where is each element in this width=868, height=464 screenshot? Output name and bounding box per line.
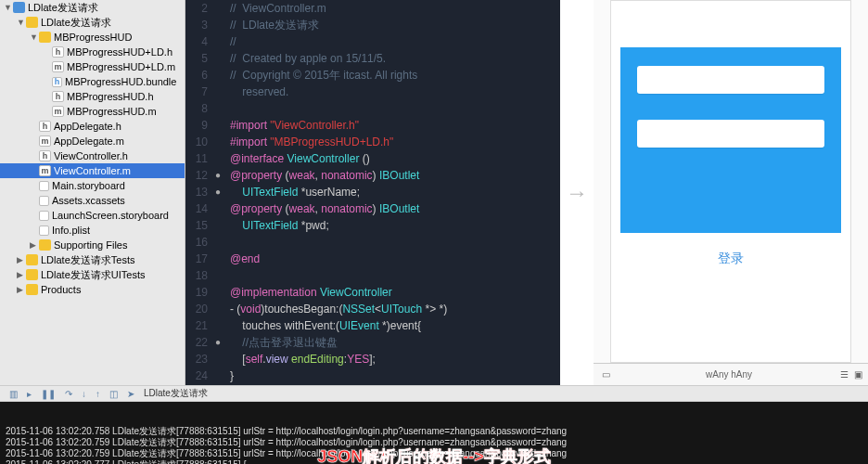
code-line[interactable]: touches withEvent:(UIEvent *)event{: [230, 317, 560, 334]
code-line[interactable]: // ViewController.m: [230, 0, 560, 17]
main-area: ▼LDlate发送请求▼LDlate发送请求▼MBProgressHUDhMBP…: [0, 0, 868, 385]
code-line[interactable]: [230, 234, 560, 251]
debug-toolbar[interactable]: ▥ ▸ ❚❚ ↷ ↓ ↑ ◫ ➤ LDlate发送请求: [0, 385, 868, 402]
file-icon: m: [52, 61, 64, 72]
nav-label: MBProgressHUD: [54, 32, 132, 43]
file-icon: h: [52, 91, 64, 102]
nav-label: ViewController.m: [54, 165, 131, 176]
login-button[interactable]: 登录: [620, 242, 841, 276]
nav-item-viewcontroller-h[interactable]: hViewController.h: [0, 148, 185, 163]
project-navigator[interactable]: ▼LDlate发送请求▼LDlate发送请求▼MBProgressHUDhMBP…: [0, 0, 185, 385]
code-line[interactable]: }: [230, 367, 560, 384]
nav-item-mbprogresshud-bundle[interactable]: hMBProgressHUD.bundle: [0, 74, 185, 89]
code-line[interactable]: - (void)touchesBegan:(NSSet<UITouch *> *…: [230, 301, 560, 317]
nav-label: MBProgressHUD+LD.h: [67, 46, 172, 58]
file-icon: m: [52, 106, 64, 117]
nav-item-mbprogresshud[interactable]: ▼MBProgressHUD: [0, 30, 185, 45]
password-field[interactable]: [637, 120, 824, 148]
nav-item-main-storyboard[interactable]: Main.storyboard: [0, 178, 185, 193]
pause-icon[interactable]: ❚❚: [41, 389, 56, 399]
nav-item-products[interactable]: ▶Products: [0, 282, 185, 297]
nav-item-appdelegate-h[interactable]: hAppDelegate.h: [0, 119, 185, 134]
device-frame: 登录: [610, 0, 851, 363]
debug-console[interactable]: 2015-11-06 13:02:20.758 LDlate发送请求[77888…: [0, 402, 868, 464]
file-icon: h: [39, 121, 51, 132]
nav-item-mbprogresshud-h[interactable]: hMBProgressHUD.h: [0, 89, 185, 104]
code-line[interactable]: [self.view endEditing:YES];: [230, 351, 560, 367]
nav-label: LaunchScreen.storyboard: [52, 210, 169, 221]
code-line[interactable]: //: [230, 33, 560, 50]
code-line[interactable]: @implementation ViewController: [230, 284, 560, 301]
constraints-icon[interactable]: ☰: [840, 369, 849, 380]
code-line[interactable]: UITextField *pwd;: [230, 217, 560, 234]
folder-icon: [39, 239, 51, 251]
step-over-icon[interactable]: ↷: [65, 389, 72, 399]
continue-icon[interactable]: ▸: [27, 389, 32, 399]
code-line[interactable]: [230, 100, 560, 117]
nav-label: Assets.xcassets: [52, 195, 125, 206]
nav-item-appdelegate-m[interactable]: mAppDelegate.m: [0, 134, 185, 148]
code-line[interactable]: reserved.: [230, 84, 560, 100]
step-out-icon[interactable]: ↑: [96, 389, 100, 399]
nav-label: LDlate发送请求UITests: [41, 268, 145, 282]
code-line[interactable]: #import "MBProgressHUD+LD.h": [230, 134, 560, 150]
file-icon: [39, 196, 49, 206]
line-gutter: 2345678910111213141516171819202122232425…: [185, 0, 211, 385]
code-line[interactable]: [230, 267, 560, 284]
ib-canvas[interactable]: 登录: [594, 0, 868, 363]
file-icon: [39, 181, 49, 191]
location-icon[interactable]: ➤: [127, 389, 134, 399]
project-icon: [13, 2, 25, 13]
size-class-bar[interactable]: ▭ wAny hAny ☰ ▣: [594, 363, 868, 385]
nav-label: MBProgressHUD.bundle: [65, 76, 176, 87]
nav-item-launchscreen-storyboard[interactable]: LaunchScreen.storyboard: [0, 208, 185, 223]
nav-item-ldlate-[interactable]: ▼LDlate发送请求: [0, 0, 185, 15]
nav-label: MBProgressHUD.m: [67, 106, 157, 117]
debug-process-label: LDlate发送请求: [144, 387, 208, 400]
nav-item-ldlate-[interactable]: ▼LDlate发送请求: [0, 15, 185, 30]
console-line: 2015-11-06 13:02:20.758 LDlate发送请求[77888…: [6, 426, 862, 437]
view-debug-icon[interactable]: ◫: [109, 389, 118, 399]
code-line[interactable]: @property (weak, nonatomic) IBOutlet: [230, 167, 560, 184]
nav-item-supporting-files[interactable]: ▶Supporting Files: [0, 238, 185, 252]
code-line[interactable]: // LDlate发送请求: [230, 17, 560, 33]
nav-item-mbprogresshud-ld-h[interactable]: hMBProgressHUD+LD.h: [0, 45, 185, 59]
nav-label: MBProgressHUD+LD.m: [67, 61, 175, 72]
username-field[interactable]: [637, 66, 824, 94]
nav-item-ldlate-uitests[interactable]: ▶LDlate发送请求UITests: [0, 267, 185, 282]
annotation-overlay: JSON解析后的数据-->字典形式: [317, 451, 551, 462]
breakpoint-gutter[interactable]: ●●●: [211, 0, 224, 385]
code-line[interactable]: @end: [230, 251, 560, 267]
nav-label: AppDelegate.m: [54, 135, 124, 147]
file-icon: m: [39, 135, 51, 147]
code-line[interactable]: @property (weak, nonatomic) IBOutlet: [230, 200, 560, 217]
nav-label: Supporting Files: [54, 239, 128, 251]
step-into-icon[interactable]: ↓: [82, 389, 86, 399]
code-line[interactable]: //点击登录退出键盘: [230, 334, 560, 351]
embed-icon[interactable]: ▣: [854, 369, 862, 380]
code-editor[interactable]: 2345678910111213141516171819202122232425…: [185, 0, 560, 385]
code-body[interactable]: // ViewController.m// LDlate发送请求//// Cre…: [224, 0, 560, 385]
folder-icon: [39, 32, 51, 43]
code-line[interactable]: UITextField *userName;: [230, 184, 560, 200]
nav-item-info-plist[interactable]: Info.plist: [0, 223, 185, 238]
code-line[interactable]: // Created by apple on 15/11/5.: [230, 50, 560, 67]
code-line[interactable]: @interface ViewController (): [230, 150, 560, 167]
code-line[interactable]: - (IBAction)logIn:(id)sender {: [230, 384, 560, 385]
folder-icon: [26, 284, 38, 295]
nav-item-viewcontroller-m[interactable]: mViewController.m: [0, 163, 185, 178]
code-line[interactable]: // Copyright © 2015年 itcast. All rights: [230, 67, 560, 84]
nav-item-ldlate-tests[interactable]: ▶LDlate发送请求Tests: [0, 252, 185, 267]
nav-item-mbprogresshud-ld-m[interactable]: mMBProgressHUD+LD.m: [0, 59, 185, 74]
nav-item-assets-xcassets[interactable]: Assets.xcassets: [0, 193, 185, 208]
size-class-label[interactable]: wAny hAny: [618, 369, 840, 380]
nav-item-mbprogresshud-m[interactable]: mMBProgressHUD.m: [0, 104, 185, 119]
folder-icon: [26, 17, 38, 28]
login-panel: [620, 47, 841, 233]
code-line[interactable]: #import "ViewController.h": [230, 117, 560, 134]
hide-debug-icon[interactable]: ▥: [9, 389, 18, 399]
nav-label: ViewController.h: [54, 150, 128, 161]
panel-toggle-icon[interactable]: ▭: [594, 369, 618, 380]
nav-label: LDlate发送请求Tests: [41, 253, 134, 267]
nav-label: AppDelegate.h: [54, 121, 121, 132]
